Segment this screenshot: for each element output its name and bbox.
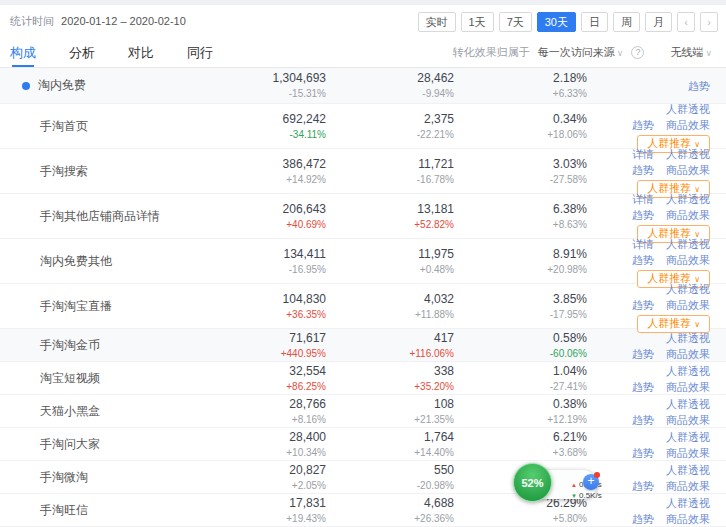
range-button-4[interactable]: 30天 [537, 12, 576, 32]
action-link[interactable]: 商品效果 [666, 348, 710, 360]
metric2-cell: 417+116.06% [326, 332, 454, 359]
table-row: 手淘淘宝直播104,830+36.35%4,032+11.88%3.85%-17… [0, 284, 726, 329]
rate-change: -27.58% [454, 174, 587, 185]
action-link[interactable]: 商品效果 [666, 513, 710, 525]
attribution-label: 转化效果归属于 [453, 45, 530, 60]
action-links-line: 趋势商品效果 [587, 117, 710, 132]
action-links-line: 趋势商品效果 [587, 445, 710, 460]
channel-name: 手淘淘金币 [40, 337, 100, 354]
visitors-cell: 71,617+440.95% [210, 332, 326, 359]
action-link[interactable]: 趋势 [632, 209, 654, 221]
attribution-select[interactable]: 每一次访问来源∨ [538, 45, 624, 60]
action-link[interactable]: 人群透视 [666, 497, 710, 509]
action-link[interactable]: 人群透视 [666, 283, 710, 295]
action-link[interactable]: 详情 [632, 193, 654, 205]
action-link[interactable]: 人群透视 [666, 238, 710, 250]
action-link[interactable]: 详情 [632, 148, 654, 160]
tab-3[interactable]: 对比 [128, 38, 154, 67]
action-link[interactable]: 商品效果 [666, 480, 710, 492]
action-link[interactable]: 趋势 [632, 164, 654, 176]
action-link[interactable]: 人群透视 [666, 431, 710, 443]
terminal-select[interactable]: 无线端∨ [670, 45, 712, 60]
prev-button[interactable]: ‹ [677, 12, 695, 32]
channel-cell: 手淘其他店铺商品详情 [0, 208, 210, 225]
next-button[interactable]: › [700, 12, 718, 32]
progress-ball[interactable]: 52% [513, 463, 552, 502]
range-button-6[interactable]: 周 [613, 12, 640, 32]
visitors-value: 32,554 [210, 365, 326, 378]
action-link[interactable]: 人群透视 [666, 193, 710, 205]
rate-change: -17.95% [454, 309, 587, 320]
action-link[interactable]: 商品效果 [666, 447, 710, 459]
rate-value: 8.91% [454, 248, 587, 261]
metric2-change: -9.94% [326, 88, 454, 99]
visitors-cell: 206,643+40.69% [210, 203, 326, 230]
tab-2[interactable]: 分析 [69, 38, 95, 67]
chevron-down-icon: ∨ [617, 48, 624, 58]
action-link[interactable]: 商品效果 [666, 381, 710, 393]
action-link[interactable]: 趋势 [632, 480, 654, 492]
action-links-line: 趋势商品效果 [587, 379, 710, 394]
range-button-3[interactable]: 7天 [499, 12, 532, 32]
rate-change: -60.06% [454, 348, 587, 359]
table-row: 手淘首页692,242-34.11%2,375-22.21%0.34%+18.0… [0, 104, 726, 149]
rate-value: 0.34% [454, 113, 587, 126]
channel-name: 天猫小黑盒 [40, 403, 100, 420]
channel-cell: 手淘首页 [0, 118, 210, 135]
table-row: 手淘微淘20,827+2.05%550-20.98%2.64%人群透视趋势商品效… [0, 461, 726, 494]
rate-value: 6.21% [454, 431, 587, 444]
rate-change: +18.06% [454, 129, 587, 140]
date-range-value: 2020-01-12 – 2020-02-10 [61, 15, 186, 27]
action-link[interactable]: 商品效果 [666, 299, 710, 311]
range-button-5[interactable]: 日 [581, 12, 608, 32]
action-link[interactable]: 趋势 [688, 80, 710, 92]
action-link[interactable]: 人群透视 [666, 103, 710, 115]
action-link[interactable]: 趋势 [632, 254, 654, 266]
action-link[interactable]: 详情 [632, 238, 654, 250]
metric2-cell: 108+21.35% [326, 398, 454, 425]
actions-cell: 人群透视趋势商品效果 [587, 428, 726, 461]
metric2-change: +11.88% [326, 309, 454, 320]
action-link[interactable]: 人群透视 [666, 332, 710, 344]
action-link[interactable]: 人群透视 [666, 148, 710, 160]
visitors-value: 134,411 [210, 248, 326, 261]
table-row: 手淘其他店铺商品详情206,643+40.69%13,181+52.82%6.3… [0, 194, 726, 239]
rate-change: -27.41% [454, 381, 587, 392]
metric2-value: 417 [326, 332, 454, 345]
action-link[interactable]: 人群透视 [666, 365, 710, 377]
attribution-value: 每一次访问来源 [538, 46, 615, 58]
action-link[interactable]: 商品效果 [666, 254, 710, 266]
action-link[interactable]: 商品效果 [666, 164, 710, 176]
rate-value: 3.85% [454, 293, 587, 306]
action-link[interactable]: 人群透视 [666, 464, 710, 476]
range-button-7[interactable]: 月 [645, 12, 672, 32]
help-icon[interactable]: ? [631, 46, 644, 59]
rate-value: 3.03% [454, 158, 587, 171]
action-link[interactable]: 趋势 [632, 447, 654, 459]
action-link[interactable]: 商品效果 [666, 209, 710, 221]
action-link[interactable]: 趋势 [632, 414, 654, 426]
channel-cell: 手淘旺信 [0, 502, 210, 519]
action-links-line: 趋势商品效果 [587, 207, 710, 222]
tab-1[interactable]: 构成 [10, 38, 36, 67]
visitors-change: -16.95% [210, 264, 326, 275]
range-group: 实时1天7天30天日周月 ‹ › [418, 12, 719, 32]
actions-cell: 人群透视趋势商品效果 [587, 395, 726, 428]
plus-button[interactable]: + [583, 474, 599, 490]
action-link[interactable]: 人群透视 [666, 398, 710, 410]
visitors-cell: 134,411-16.95% [210, 248, 326, 275]
range-button-2[interactable]: 1天 [461, 12, 494, 32]
tab-4[interactable]: 同行 [187, 38, 213, 67]
action-link[interactable]: 趋势 [632, 299, 654, 311]
floating-monitor-widget[interactable]: ▲ 0.9K/s ▼ 0.5K/s 52% + [513, 463, 599, 505]
action-link[interactable]: 趋势 [632, 513, 654, 525]
action-link[interactable]: 趋势 [632, 381, 654, 393]
action-link[interactable]: 商品效果 [666, 414, 710, 426]
metric2-change: +14.40% [326, 447, 454, 458]
action-links-line: 人群透视 [587, 429, 710, 444]
channel-cell: 手淘微淘 [0, 469, 210, 486]
action-link[interactable]: 商品效果 [666, 119, 710, 131]
action-link[interactable]: 趋势 [632, 119, 654, 131]
range-button-1[interactable]: 实时 [418, 12, 456, 32]
action-link[interactable]: 趋势 [632, 348, 654, 360]
